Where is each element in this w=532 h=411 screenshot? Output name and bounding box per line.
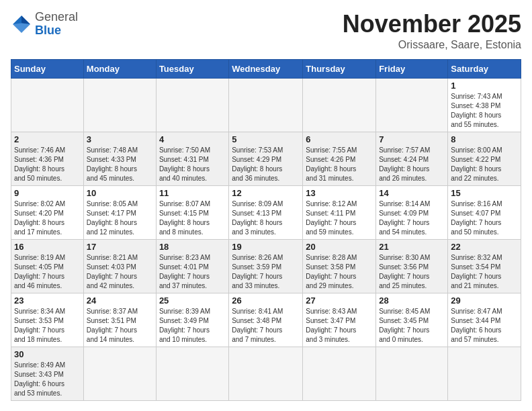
day-info: Sunrise: 8:00 AMSunset: 4:22 PMDaylight:… xyxy=(451,146,518,183)
header: General Blue November 2025 Orissaare, Sa… xyxy=(11,11,521,51)
calendar-cell: 20Sunrise: 8:28 AMSunset: 3:58 PMDayligh… xyxy=(303,239,376,293)
day-number: 12 xyxy=(232,188,300,198)
day-number: 6 xyxy=(306,134,373,144)
day-info: Sunrise: 7:50 AMSunset: 4:31 PMDaylight:… xyxy=(159,146,226,183)
day-number: 24 xyxy=(87,295,153,306)
weekday-header-friday: Friday xyxy=(376,59,448,78)
week-row-5: 23Sunrise: 8:34 AMSunset: 3:53 PMDayligh… xyxy=(11,293,521,347)
day-info: Sunrise: 8:37 AMSunset: 3:51 PMDaylight:… xyxy=(87,307,153,345)
calendar-cell: 26Sunrise: 8:41 AMSunset: 3:48 PMDayligh… xyxy=(229,293,303,347)
weekday-header-wednesday: Wednesday xyxy=(229,59,303,78)
day-info: Sunrise: 8:28 AMSunset: 3:58 PMDaylight:… xyxy=(306,253,373,291)
location: Orissaare, Saare, Estonia xyxy=(343,39,521,51)
calendar-cell: 17Sunrise: 8:21 AMSunset: 4:03 PMDayligh… xyxy=(83,239,156,293)
day-number: 17 xyxy=(87,242,153,252)
title-section: November 2025 Orissaare, Saare, Estonia xyxy=(343,11,521,51)
day-number: 27 xyxy=(306,295,373,306)
calendar: SundayMondayTuesdayWednesdayThursdayFrid… xyxy=(11,59,521,401)
day-number: 11 xyxy=(159,188,226,198)
calendar-cell: 3Sunrise: 7:48 AMSunset: 4:33 PMDaylight… xyxy=(83,132,156,185)
calendar-cell: 16Sunrise: 8:19 AMSunset: 4:05 PMDayligh… xyxy=(11,239,84,293)
day-number: 22 xyxy=(451,242,518,252)
day-info: Sunrise: 8:41 AMSunset: 3:48 PMDaylight:… xyxy=(232,307,300,345)
day-number: 16 xyxy=(14,242,81,252)
weekday-header-tuesday: Tuesday xyxy=(156,59,228,78)
calendar-cell: 2Sunrise: 7:46 AMSunset: 4:36 PMDaylight… xyxy=(11,132,84,185)
week-row-2: 2Sunrise: 7:46 AMSunset: 4:36 PMDaylight… xyxy=(11,132,521,185)
day-info: Sunrise: 7:43 AMSunset: 4:38 PMDaylight:… xyxy=(451,92,518,130)
day-info: Sunrise: 7:55 AMSunset: 4:26 PMDaylight:… xyxy=(306,146,373,183)
calendar-cell: 6Sunrise: 7:55 AMSunset: 4:26 PMDaylight… xyxy=(303,132,376,185)
calendar-cell xyxy=(303,347,376,400)
day-number: 14 xyxy=(379,188,445,198)
day-number: 28 xyxy=(379,295,445,306)
day-info: Sunrise: 8:47 AMSunset: 3:44 PMDaylight:… xyxy=(451,307,518,345)
day-number: 15 xyxy=(451,188,518,198)
day-info: Sunrise: 8:39 AMSunset: 3:49 PMDaylight:… xyxy=(159,307,226,345)
day-number: 7 xyxy=(379,134,445,144)
calendar-cell xyxy=(229,347,303,400)
day-info: Sunrise: 8:23 AMSunset: 4:01 PMDaylight:… xyxy=(159,253,226,291)
day-number: 2 xyxy=(14,134,81,144)
weekday-header-monday: Monday xyxy=(83,59,156,78)
calendar-cell xyxy=(448,347,521,400)
week-row-3: 9Sunrise: 8:02 AMSunset: 4:20 PMDaylight… xyxy=(11,185,521,239)
day-info: Sunrise: 8:34 AMSunset: 3:53 PMDaylight:… xyxy=(14,307,81,345)
day-number: 18 xyxy=(159,242,226,252)
day-info: Sunrise: 8:12 AMSunset: 4:11 PMDaylight:… xyxy=(306,199,373,237)
day-number: 25 xyxy=(159,295,226,306)
calendar-cell: 23Sunrise: 8:34 AMSunset: 3:53 PMDayligh… xyxy=(11,293,84,347)
calendar-cell: 28Sunrise: 8:45 AMSunset: 3:45 PMDayligh… xyxy=(376,293,448,347)
day-info: Sunrise: 8:16 AMSunset: 4:07 PMDaylight:… xyxy=(451,199,518,237)
calendar-cell: 15Sunrise: 8:16 AMSunset: 4:07 PMDayligh… xyxy=(448,185,521,239)
logo-blue-text: Blue xyxy=(35,24,61,37)
day-info: Sunrise: 8:14 AMSunset: 4:09 PMDaylight:… xyxy=(379,199,445,237)
calendar-cell xyxy=(156,78,228,132)
calendar-cell: 9Sunrise: 8:02 AMSunset: 4:20 PMDaylight… xyxy=(11,185,84,239)
svg-marker-2 xyxy=(13,23,30,32)
week-row-4: 16Sunrise: 8:19 AMSunset: 4:05 PMDayligh… xyxy=(11,239,521,293)
day-number: 9 xyxy=(14,188,81,198)
day-info: Sunrise: 8:21 AMSunset: 4:03 PMDaylight:… xyxy=(87,253,153,291)
calendar-cell: 5Sunrise: 7:53 AMSunset: 4:29 PMDaylight… xyxy=(229,132,303,185)
calendar-cell xyxy=(11,78,84,132)
day-info: Sunrise: 8:30 AMSunset: 3:56 PMDaylight:… xyxy=(379,253,445,291)
weekday-header-sunday: Sunday xyxy=(11,59,84,78)
day-number: 23 xyxy=(14,295,81,306)
day-info: Sunrise: 7:46 AMSunset: 4:36 PMDaylight:… xyxy=(14,146,81,183)
day-info: Sunrise: 8:07 AMSunset: 4:15 PMDaylight:… xyxy=(159,199,226,237)
day-number: 29 xyxy=(451,295,518,306)
day-number: 20 xyxy=(306,242,373,252)
weekday-header-thursday: Thursday xyxy=(303,59,376,78)
day-info: Sunrise: 8:43 AMSunset: 3:47 PMDaylight:… xyxy=(306,307,373,345)
day-info: Sunrise: 7:57 AMSunset: 4:24 PMDaylight:… xyxy=(379,146,445,183)
day-info: Sunrise: 8:02 AMSunset: 4:20 PMDaylight:… xyxy=(14,199,81,237)
calendar-cell: 11Sunrise: 8:07 AMSunset: 4:15 PMDayligh… xyxy=(156,185,228,239)
week-row-1: 1Sunrise: 7:43 AMSunset: 4:38 PMDaylight… xyxy=(11,78,521,132)
logo: General Blue xyxy=(11,11,78,38)
day-info: Sunrise: 8:49 AMSunset: 3:43 PMDaylight:… xyxy=(14,361,81,398)
day-info: Sunrise: 8:19 AMSunset: 4:05 PMDaylight:… xyxy=(14,253,81,291)
calendar-cell: 7Sunrise: 7:57 AMSunset: 4:24 PMDaylight… xyxy=(376,132,448,185)
logo-general-text: General xyxy=(35,10,78,24)
calendar-cell xyxy=(83,347,156,400)
calendar-cell: 27Sunrise: 8:43 AMSunset: 3:47 PMDayligh… xyxy=(303,293,376,347)
day-number: 30 xyxy=(14,349,81,359)
calendar-cell xyxy=(83,78,156,132)
calendar-cell: 12Sunrise: 8:09 AMSunset: 4:13 PMDayligh… xyxy=(229,185,303,239)
weekday-header-saturday: Saturday xyxy=(448,59,521,78)
calendar-cell: 22Sunrise: 8:32 AMSunset: 3:54 PMDayligh… xyxy=(448,239,521,293)
day-number: 8 xyxy=(451,134,518,144)
svg-marker-1 xyxy=(21,15,30,24)
day-number: 5 xyxy=(232,134,300,144)
day-info: Sunrise: 8:26 AMSunset: 3:59 PMDaylight:… xyxy=(232,253,300,291)
calendar-cell xyxy=(376,78,448,132)
calendar-cell: 1Sunrise: 7:43 AMSunset: 4:38 PMDaylight… xyxy=(448,78,521,132)
day-number: 19 xyxy=(232,242,300,252)
day-info: Sunrise: 8:05 AMSunset: 4:17 PMDaylight:… xyxy=(87,199,153,237)
calendar-cell: 29Sunrise: 8:47 AMSunset: 3:44 PMDayligh… xyxy=(448,293,521,347)
month-title: November 2025 xyxy=(343,11,521,38)
calendar-cell: 13Sunrise: 8:12 AMSunset: 4:11 PMDayligh… xyxy=(303,185,376,239)
day-number: 21 xyxy=(379,242,445,252)
calendar-cell: 14Sunrise: 8:14 AMSunset: 4:09 PMDayligh… xyxy=(376,185,448,239)
